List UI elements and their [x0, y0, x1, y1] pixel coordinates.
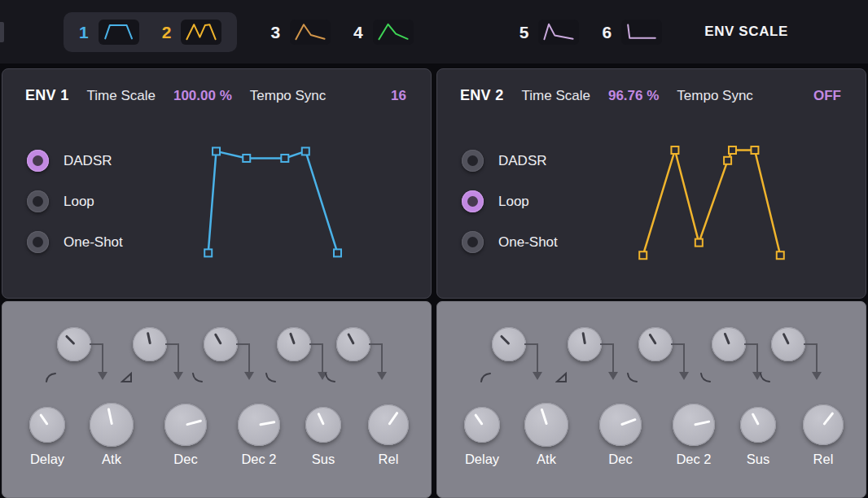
knob-indicator — [499, 334, 510, 345]
curve-knob-3[interactable] — [204, 327, 238, 361]
curve-knob-3[interactable] — [638, 327, 673, 361]
envelope-handle[interactable] — [751, 146, 758, 154]
sus-knob[interactable] — [305, 407, 341, 443]
env1-knob-section: DelayAtkDecDec 2SusRel — [2, 301, 432, 498]
envelope-handle[interactable] — [334, 249, 341, 256]
knob-indicator — [107, 408, 112, 425]
knob-indicator — [540, 408, 547, 426]
curve-knob-4[interactable] — [712, 327, 746, 361]
mode-one-shot[interactable]: One-Shot — [27, 231, 123, 253]
knob-indicator — [581, 332, 586, 344]
envelope-handle[interactable] — [302, 147, 309, 155]
knob-indicator — [186, 419, 202, 426]
env-thumbnail-2 — [181, 20, 221, 45]
tempo-sync-value[interactable]: 16 — [391, 88, 406, 104]
curve-knob-4[interactable] — [277, 327, 311, 361]
radio-button[interactable] — [462, 231, 484, 253]
radio-button[interactable] — [27, 231, 49, 253]
mode-dadsr[interactable]: DADSR — [462, 150, 558, 172]
env-scale-label: ENV SCALE — [704, 24, 788, 40]
left-edge-tick — [0, 22, 4, 42]
tab-number: 6 — [602, 24, 612, 41]
env-tab-group-1: 12 — [64, 12, 237, 52]
time-scale-value[interactable]: 96.76 % — [608, 88, 659, 104]
env2-display-section: ENV 2 Time Scale 96.76 % Tempo Sync OFF … — [436, 68, 866, 299]
dec2-knob[interactable] — [673, 404, 715, 446]
delay-knob[interactable] — [464, 407, 500, 443]
knob-indicator — [474, 413, 484, 426]
top-bar: 123456 ENV SCALE — [0, 0, 868, 63]
env-thumbnail-3 — [290, 20, 331, 45]
env-tab-1[interactable]: 1 — [79, 20, 139, 45]
rel-knob[interactable] — [368, 404, 409, 445]
env-tab-group-2: 34 — [255, 12, 428, 52]
tempo-sync-value[interactable]: OFF — [813, 88, 841, 104]
radio-button[interactable] — [462, 190, 484, 212]
curve-shape-icon — [191, 372, 204, 384]
mode-dadsr[interactable]: DADSR — [27, 150, 123, 172]
envelope-handle[interactable] — [777, 251, 784, 259]
curve-knob-5[interactable] — [771, 327, 805, 361]
curve-shape-icon — [45, 372, 58, 384]
knob-label: Sus — [287, 452, 360, 467]
env2-header: ENV 2 Time Scale 96.76 % Tempo Sync OFF — [437, 69, 866, 104]
envelope-display[interactable] — [191, 138, 362, 264]
dec2-knob[interactable] — [238, 404, 280, 446]
envelope-handle[interactable] — [671, 146, 678, 154]
delay-knob[interactable] — [29, 407, 65, 443]
flow-arrow-icon — [235, 338, 262, 385]
env-tab-4[interactable]: 4 — [353, 20, 414, 45]
sus-knob[interactable] — [740, 407, 776, 443]
tab-number: 5 — [519, 24, 529, 41]
envelope-handle[interactable] — [243, 155, 250, 162]
envelope-handle[interactable] — [213, 147, 220, 155]
flow-arrow-icon — [598, 338, 626, 385]
mode-list: DADSRLoopOne-Shot — [462, 150, 558, 253]
mode-loop[interactable]: Loop — [462, 190, 558, 212]
radio-button[interactable] — [462, 150, 484, 172]
dec-knob[interactable] — [164, 404, 207, 446]
knob-indicator — [213, 333, 221, 344]
curve-knob-1[interactable] — [492, 327, 526, 361]
rel-knob[interactable] — [803, 404, 844, 445]
knob-indicator — [64, 334, 75, 345]
time-scale-label: Time Scale — [522, 88, 590, 104]
envelope-handle[interactable] — [729, 146, 736, 154]
mode-loop[interactable]: Loop — [27, 190, 123, 212]
mode-list: DADSRLoopOne-Shot — [27, 150, 123, 253]
atk-knob[interactable] — [90, 403, 134, 447]
mode-label: Loop — [498, 194, 529, 210]
knob-indicator — [822, 412, 834, 426]
env-tab-3[interactable]: 3 — [270, 20, 331, 45]
panel-title: ENV 2 — [460, 87, 504, 104]
envelope-display[interactable] — [626, 138, 797, 264]
envelope-handle[interactable] — [281, 155, 288, 162]
envelope-handle[interactable] — [204, 249, 212, 256]
curve-knob-5[interactable] — [336, 327, 370, 361]
knob-indicator — [388, 412, 398, 426]
time-scale-value[interactable]: 100.00 % — [173, 88, 232, 104]
env-tab-5[interactable]: 5 — [519, 20, 580, 45]
mode-label: DADSR — [498, 153, 547, 169]
mode-label: DADSR — [64, 153, 112, 169]
knob-indicator — [146, 332, 151, 344]
atk-knob[interactable] — [524, 403, 568, 447]
knob-indicator — [288, 332, 295, 344]
dec-knob[interactable] — [599, 404, 642, 446]
curve-shape-icon — [759, 372, 772, 384]
env-tab-6[interactable]: 6 — [602, 20, 662, 45]
envelope-handle[interactable] — [695, 239, 703, 247]
envelope-handle[interactable] — [639, 251, 647, 259]
envelope-handle[interactable] — [724, 157, 731, 164]
mode-one-shot[interactable]: One-Shot — [462, 231, 558, 253]
env1-header: ENV 1 Time Scale 100.00 % Tempo Sync 16 — [2, 69, 431, 104]
flow-arrow-icon — [367, 338, 395, 385]
env-tab-2[interactable]: 2 — [162, 20, 222, 45]
curve-knob-2[interactable] — [568, 327, 602, 361]
curve-knob-2[interactable] — [133, 327, 167, 361]
curve-shape-icon — [324, 372, 337, 384]
radio-button[interactable] — [27, 150, 49, 172]
curve-knob-1[interactable] — [57, 327, 91, 361]
env-thumbnail-1 — [99, 20, 139, 45]
radio-button[interactable] — [27, 190, 49, 212]
